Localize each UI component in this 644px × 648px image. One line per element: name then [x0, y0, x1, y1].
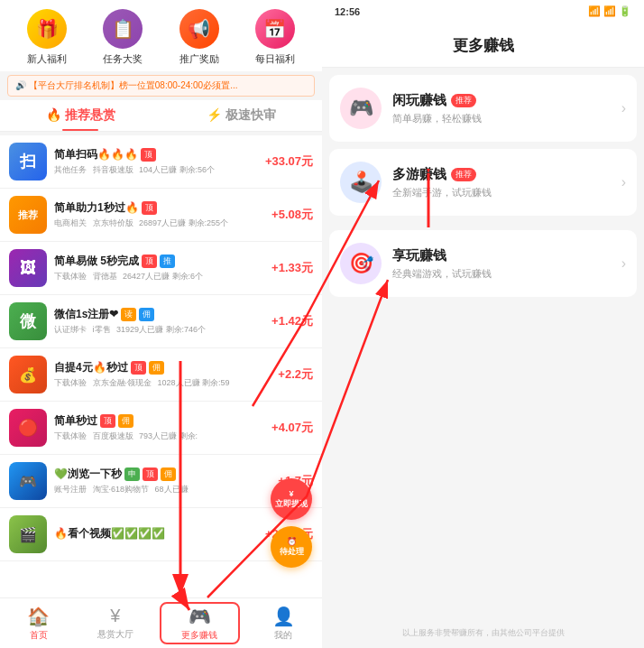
task-item-6[interactable]: 🔴 简单秒过 顶 佣 下载体验 百度极速版 793人已赚 剩余: +4.07元	[0, 402, 322, 455]
task-prize-icon: 📋	[103, 9, 143, 49]
home-icon: 🏠	[27, 606, 50, 627]
earn-card-icon-enjoy: 🎯	[340, 243, 382, 284]
earn-card-multi[interactable]: 🕹️ 多游赚钱 推荐 全新端手游，试玩赚钱 ›	[329, 149, 637, 216]
earn-icon: 🎮	[189, 606, 211, 627]
nav-mine-label: 我的	[274, 629, 292, 642]
task-badge-6b: 佣	[118, 414, 133, 428]
nav-home[interactable]: 🏠 首页	[0, 598, 77, 648]
task-item-3[interactable]: 🖼 简单易做 5秒完成 顶 推 下载体验 背德基 26427人已赚 剩余:6个 …	[0, 242, 322, 295]
earn-title-text-idle: 闲玩赚钱	[392, 92, 446, 109]
task-sub-6: 下载体验 百度极速版 793人已赚 剩余:	[54, 430, 264, 442]
new-user-label: 新人福利	[27, 52, 67, 66]
nav-hall[interactable]: ¥ 悬赏大厅	[77, 598, 153, 648]
earn-card-icon-idle: 🎮	[340, 88, 382, 129]
task-reward-6: +4.07元	[271, 420, 313, 436]
status-icons: 📶 📶 🔋	[588, 5, 631, 17]
pending-label: 待处理	[280, 546, 304, 558]
right-panel: 12:56 📶 📶 🔋 更多赚钱 🎮 闲玩赚钱 推荐 简单易赚，轻松赚钱 ›	[322, 0, 644, 648]
task-sub-7: 账号注册 淘宝·618购物节 68人已赚	[54, 484, 271, 495]
task-avatar-5: 💰	[9, 356, 47, 393]
tab-recommend[interactable]: 🔥 推荐悬赏	[0, 107, 161, 131]
status-time: 12:56	[335, 6, 360, 17]
right-footer: 以上服务非赞帮赚所有，由其他公司平台提供	[322, 620, 644, 648]
tab-recommend-label: 推荐悬赏	[65, 107, 115, 122]
task-item-4[interactable]: 微 微信1s注册❤ 读 佣 认证绑卡 i零售 31929人已赚 剩余:746个 …	[0, 295, 322, 348]
nav-earn[interactable]: 🎮 更多赚钱	[160, 602, 240, 644]
float-pending[interactable]: ⏰ 待处理	[271, 526, 312, 568]
hall-icon: ¥	[110, 606, 120, 626]
task-avatar-6: 🔴	[9, 409, 47, 447]
nav-mine[interactable]: 👤 我的	[245, 598, 322, 648]
right-header: 更多赚钱	[322, 23, 644, 68]
task-badge-6a: 顶	[100, 414, 115, 428]
nav-earn-label: 更多赚钱	[181, 629, 217, 642]
task-badge-5b: 佣	[149, 361, 164, 375]
task-badge-3a: 顶	[142, 255, 157, 268]
earn-tag-multi: 推荐	[451, 168, 476, 181]
task-content-1: 简单扫码🔥🔥🔥 顶 其他任务 抖音极速版 104人已赚 剩余:56个	[54, 147, 258, 176]
task-title-text-6: 简单秒过	[54, 413, 97, 429]
daily-icon: 📅	[255, 9, 295, 49]
task-title-1: 简单扫码🔥🔥🔥 顶	[54, 147, 258, 162]
task-content-2: 简单助力1秒过🔥 顶 电商相关 京东特价版 26897人已赚 剩余:255个	[54, 200, 264, 229]
earn-title-text-multi: 多游赚钱	[392, 166, 446, 183]
nav-task-prize[interactable]: 📋 任务大奖	[103, 9, 143, 66]
task-title-8: 🔥看个视频✅✅✅✅	[54, 526, 258, 542]
task-content-7: 💚浏览一下秒 申 顶 佣 账号注册 淘宝·618购物节 68人已赚	[54, 467, 271, 495]
task-item-5[interactable]: 💰 自提4元🔥秒过 顶 佣 下载体验 京东金融·领现金 1028人已赚 剩余:5…	[0, 348, 322, 402]
earn-card-arrow-multi: ›	[621, 174, 626, 190]
task-prize-label: 任务大奖	[103, 52, 143, 66]
earn-card-desc-enjoy: 经典端游戏，试玩赚钱	[392, 267, 611, 281]
tab-fast[interactable]: ⚡ 极速快审	[161, 107, 323, 131]
nav-daily[interactable]: 📅 每日福利	[255, 9, 295, 66]
task-badge-4b: 佣	[139, 308, 154, 321]
task-badge-7b: 顶	[143, 467, 158, 481]
withdraw-icon: ¥	[289, 489, 293, 498]
float-withdraw[interactable]: ¥ 立即提现	[271, 478, 312, 520]
task-avatar-4: 微	[9, 302, 47, 340]
task-item-1[interactable]: 扫 简单扫码🔥🔥🔥 顶 其他任务 抖音极速版 104人已赚 剩余:56个 +33…	[0, 135, 322, 189]
new-user-icon: 🎁	[27, 9, 67, 49]
task-title-text-8: 🔥看个视频✅✅✅✅	[54, 526, 165, 542]
task-sub-5: 下载体验 京东金融·领现金 1028人已赚 剩余:59	[54, 377, 271, 389]
earn-list: 🎮 闲玩赚钱 推荐 简单易赚，轻松赚钱 › 🕹️ 多游赚钱 推荐	[322, 68, 644, 620]
task-avatar-8: 🎬	[9, 515, 47, 553]
task-sub-4: 认证绑卡 i零售 31929人已赚 剩余:746个	[54, 324, 264, 336]
tabs-row: 🔥 推荐悬赏 ⚡ 极速快审	[0, 100, 322, 132]
earn-card-desc-multi: 全新端手游，试玩赚钱	[392, 186, 611, 199]
earn-card-desc-idle: 简单易赚，轻松赚钱	[392, 112, 611, 125]
task-badge-2: 顶	[142, 201, 157, 215]
daily-label: 每日福利	[255, 52, 295, 66]
task-content-3: 简单易做 5秒完成 顶 推 下载体验 背德基 26427人已赚 剩余:6个	[54, 254, 264, 282]
top-icons-row: 🎁 新人福利 📋 任务大奖 📢 推广奖励 📅 每日福利	[0, 0, 322, 71]
task-badge-3b: 推	[160, 255, 175, 268]
task-badge-7c: 佣	[161, 467, 176, 481]
nav-hall-label: 悬赏大厅	[97, 628, 133, 641]
nav-new-user[interactable]: 🎁 新人福利	[27, 9, 67, 66]
earn-title-text-enjoy: 享玩赚钱	[392, 247, 446, 264]
earn-card-arrow-idle: ›	[621, 100, 626, 116]
task-reward-4: +1.42元	[271, 313, 313, 329]
task-reward-2: +5.08元	[271, 207, 313, 223]
nav-promo[interactable]: 📢 推广奖励	[179, 9, 219, 66]
mine-icon: 👤	[272, 606, 295, 627]
earn-card-info-idle: 闲玩赚钱 推荐 简单易赚，轻松赚钱	[392, 92, 611, 125]
task-title-2: 简单助力1秒过🔥 顶	[54, 200, 264, 216]
task-title-3: 简单易做 5秒完成 顶 推	[54, 254, 264, 269]
task-item-2[interactable]: 推荐 简单助力1秒过🔥 顶 电商相关 京东特价版 26897人已赚 剩余:255…	[0, 189, 322, 242]
footer-text: 以上服务非赞帮赚所有，由其他公司平台提供	[402, 628, 565, 637]
earn-card-title-idle: 闲玩赚钱 推荐	[392, 92, 611, 109]
tab-fast-icon: ⚡	[207, 107, 222, 122]
earn-card-title-enjoy: 享玩赚钱	[392, 247, 611, 264]
nav-home-label: 首页	[30, 629, 48, 642]
task-content-6: 简单秒过 顶 佣 下载体验 百度极速版 793人已赚 剩余:	[54, 413, 264, 442]
task-reward-3: +1.33元	[271, 260, 313, 276]
pending-icon: ⏰	[287, 537, 297, 546]
task-sub-2: 电商相关 京东特价版 26897人已赚 剩余:255个	[54, 218, 264, 229]
withdraw-label: 立即提现	[275, 498, 308, 510]
notice-text: 🔊 【平台大厅排名机制】榜一位置08:00-24:00必须置...	[15, 79, 238, 92]
right-title: 更多赚钱	[453, 37, 514, 54]
earn-card-enjoy[interactable]: 🎯 享玩赚钱 经典端游戏，试玩赚钱 ›	[329, 230, 637, 297]
earn-card-idle[interactable]: 🎮 闲玩赚钱 推荐 简单易赚，轻松赚钱 ›	[329, 75, 637, 142]
task-reward-5: +2.2元	[278, 366, 313, 383]
